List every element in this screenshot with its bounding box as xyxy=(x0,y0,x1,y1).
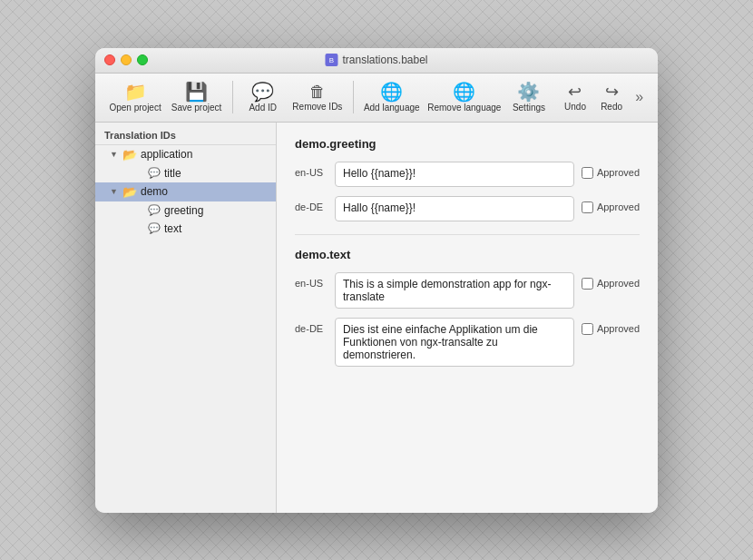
lang-label-greeting-en: en-US xyxy=(295,162,328,178)
text-label: text xyxy=(164,222,181,235)
approved-checkbox-text-de[interactable] xyxy=(582,323,593,335)
lang-label-greeting-de: de-DE xyxy=(295,196,328,212)
approved-wrap-greeting-en: Approved xyxy=(582,162,640,179)
add-language-icon: 🌐 xyxy=(380,83,403,101)
section-title-text: demo.text xyxy=(295,248,640,261)
main-content: Translation IDs ▼ 📂 application 💬 title … xyxy=(95,123,658,513)
translation-input-greeting-de[interactable]: Hallo {{name}}! xyxy=(335,196,574,221)
editor-panel: demo.greeting en-US Hello {{name}}! Appr… xyxy=(277,123,658,513)
section-title-greeting: demo.greeting xyxy=(295,137,640,151)
message-icon-greeting: 💬 xyxy=(148,204,161,216)
lang-label-text-de: de-DE xyxy=(295,318,328,334)
close-button[interactable] xyxy=(104,54,115,65)
redo-button[interactable]: ↪ Redo xyxy=(595,80,628,115)
demo-label: demo xyxy=(141,185,168,198)
settings-button[interactable]: ⚙️ Settings xyxy=(506,79,552,116)
remove-ids-button[interactable]: 🗑 Remove IDs xyxy=(289,80,346,115)
window-title-text: translations.babel xyxy=(342,54,427,66)
translation-input-greeting-en[interactable]: Hello {{name}}! xyxy=(335,162,574,187)
approved-wrap-text-de: Approved xyxy=(582,318,640,335)
settings-label: Settings xyxy=(513,103,545,113)
folder-icon-application: 📂 xyxy=(122,148,137,162)
sidebar: Translation IDs ▼ 📂 application 💬 title … xyxy=(95,123,277,513)
toolbar-separator-2 xyxy=(353,81,354,113)
remove-language-icon: 🌐 xyxy=(453,83,475,101)
translation-row-greeting-en: en-US Hello {{name}}! Approved xyxy=(295,162,640,187)
translation-row-text-en: en-US This is a simple demonstration app… xyxy=(295,272,640,309)
toolbar: 📁 Open project 💾 Save project 💬 Add ID 🗑… xyxy=(95,74,658,123)
greeting-label: greeting xyxy=(164,204,203,217)
minimize-button[interactable] xyxy=(121,54,132,65)
approved-label-greeting-en: Approved xyxy=(597,167,640,178)
sidebar-item-title[interactable]: 💬 title xyxy=(95,164,276,182)
approved-label-text-de: Approved xyxy=(597,323,640,334)
undo-icon: ↩ xyxy=(568,84,582,100)
approved-label-greeting-de: Approved xyxy=(597,201,640,212)
add-id-label: Add ID xyxy=(249,103,277,113)
translation-row-greeting-de: de-DE Hallo {{name}}! Approved xyxy=(295,196,640,221)
open-folder-icon: 📁 xyxy=(124,83,147,101)
title-bar: B translations.babel xyxy=(95,48,658,74)
expand-arrow-demo: ▼ xyxy=(110,187,121,196)
message-icon-title: 💬 xyxy=(148,167,161,179)
add-language-label: Add language xyxy=(364,103,420,113)
remove-language-button[interactable]: 🌐 Remove language xyxy=(426,79,503,116)
app-icon: B xyxy=(325,54,337,66)
approved-checkbox-text-en[interactable] xyxy=(582,278,593,290)
approved-checkbox-greeting-en[interactable] xyxy=(582,167,593,179)
sidebar-header: Translation IDs xyxy=(95,123,276,145)
toolbar-separator-1 xyxy=(232,81,233,113)
open-project-button[interactable]: 📁 Open project xyxy=(106,79,164,116)
message-icon-text: 💬 xyxy=(148,222,161,234)
remove-ids-label: Remove IDs xyxy=(292,102,342,112)
save-project-button[interactable]: 💾 Save project xyxy=(168,79,225,116)
add-language-button[interactable]: 🌐 Add language xyxy=(361,79,423,116)
approved-wrap-greeting-de: Approved xyxy=(582,196,640,213)
undo-label: Undo xyxy=(564,102,586,112)
traffic-lights xyxy=(104,54,148,65)
application-label: application xyxy=(141,148,192,161)
sidebar-item-text[interactable]: 💬 text xyxy=(95,220,276,238)
remove-ids-icon: 🗑 xyxy=(309,84,326,100)
open-project-label: Open project xyxy=(109,103,161,113)
translation-input-text-de[interactable]: Dies ist eine einfache Applikation um di… xyxy=(335,318,574,367)
redo-label: Redo xyxy=(601,102,622,112)
expand-arrow-application: ▼ xyxy=(110,150,121,159)
title-label: title xyxy=(164,167,181,180)
sidebar-item-application[interactable]: ▼ 📂 application xyxy=(95,145,276,164)
app-window: B translations.babel 📁 Open project 💾 Sa… xyxy=(95,48,658,513)
translation-row-text-de: de-DE Dies ist eine einfache Applikation… xyxy=(295,318,640,367)
approved-label-text-en: Approved xyxy=(597,278,640,289)
settings-icon: ⚙️ xyxy=(517,83,540,101)
more-icon[interactable]: » xyxy=(631,89,647,105)
save-project-label: Save project xyxy=(171,103,222,113)
remove-language-label: Remove language xyxy=(427,103,501,113)
approved-wrap-text-en: Approved xyxy=(582,272,640,290)
folder-icon-demo: 📂 xyxy=(122,185,137,199)
section-divider-1 xyxy=(295,234,640,235)
maximize-button[interactable] xyxy=(137,54,148,65)
undo-button[interactable]: ↩ Undo xyxy=(559,80,592,115)
sidebar-item-demo[interactable]: ▼ 📂 demo xyxy=(95,182,276,201)
lang-label-text-en: en-US xyxy=(295,272,328,289)
save-icon: 💾 xyxy=(185,83,208,101)
add-id-button[interactable]: 💬 Add ID xyxy=(240,79,286,116)
translation-input-text-en[interactable]: This is a simple demonstration app for n… xyxy=(335,272,574,309)
redo-icon: ↪ xyxy=(605,84,619,100)
window-title: B translations.babel xyxy=(325,54,427,66)
sidebar-item-greeting[interactable]: 💬 greeting xyxy=(95,201,276,220)
approved-checkbox-greeting-de[interactable] xyxy=(582,201,593,213)
add-id-icon: 💬 xyxy=(251,83,274,101)
